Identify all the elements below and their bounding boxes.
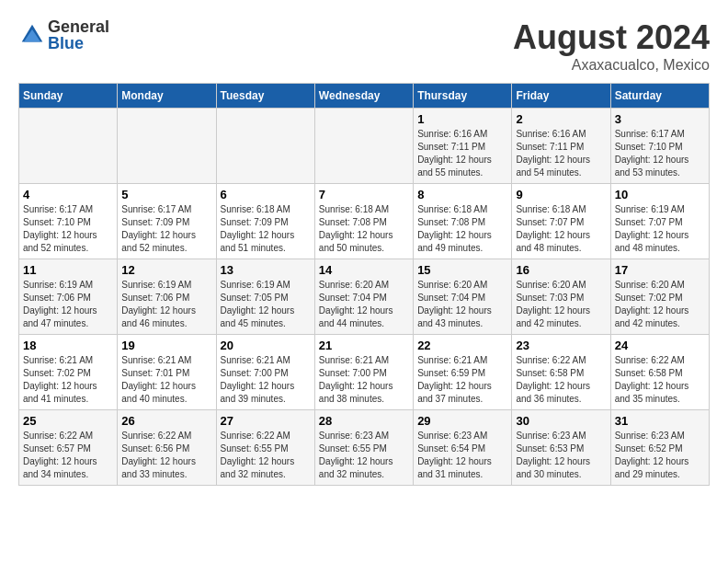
day-number: 7 bbox=[319, 188, 409, 201]
day-number: 10 bbox=[615, 188, 705, 201]
day-number: 1 bbox=[417, 112, 507, 126]
day-detail: Sunrise: 6:18 AM Sunset: 7:07 PM Dayligh… bbox=[516, 203, 606, 255]
day-detail: Sunrise: 6:21 AM Sunset: 7:00 PM Dayligh… bbox=[221, 354, 311, 406]
day-number: 22 bbox=[417, 339, 507, 352]
logo: General Blue bbox=[18, 18, 109, 52]
day-detail: Sunrise: 6:23 AM Sunset: 6:52 PM Dayligh… bbox=[615, 430, 705, 481]
location-title: Axaxacualco, Mexico bbox=[513, 57, 710, 74]
calendar-header: SundayMondayTuesdayWednesdayThursdayFrid… bbox=[19, 84, 710, 109]
day-number: 29 bbox=[417, 414, 507, 428]
day-detail: Sunrise: 6:22 AM Sunset: 6:58 PM Dayligh… bbox=[516, 354, 606, 406]
calendar-cell: 19Sunrise: 6:21 AM Sunset: 7:01 PM Dayli… bbox=[118, 335, 216, 410]
day-number: 16 bbox=[516, 263, 606, 277]
page-header: General Blue August 2024 Axaxacualco, Me… bbox=[18, 18, 710, 74]
calendar-cell: 29Sunrise: 6:23 AM Sunset: 6:54 PM Dayli… bbox=[414, 410, 512, 486]
calendar-cell: 11Sunrise: 6:19 AM Sunset: 7:06 PM Dayli… bbox=[19, 259, 118, 335]
calendar-cell: 6Sunrise: 6:18 AM Sunset: 7:09 PM Daylig… bbox=[216, 184, 314, 259]
calendar-cell: 18Sunrise: 6:21 AM Sunset: 7:02 PM Dayli… bbox=[19, 335, 118, 410]
day-detail: Sunrise: 6:18 AM Sunset: 7:08 PM Dayligh… bbox=[417, 203, 507, 255]
day-detail: Sunrise: 6:23 AM Sunset: 6:55 PM Dayligh… bbox=[319, 430, 409, 481]
day-detail: Sunrise: 6:23 AM Sunset: 6:53 PM Dayligh… bbox=[516, 430, 606, 481]
title-block: August 2024 Axaxacualco, Mexico bbox=[513, 18, 710, 74]
day-detail: Sunrise: 6:16 AM Sunset: 7:11 PM Dayligh… bbox=[417, 128, 507, 179]
week-row-4: 18Sunrise: 6:21 AM Sunset: 7:02 PM Dayli… bbox=[19, 335, 710, 410]
day-number: 21 bbox=[319, 339, 409, 352]
day-number: 17 bbox=[615, 263, 705, 277]
day-number: 19 bbox=[121, 339, 211, 352]
day-number: 2 bbox=[516, 112, 606, 126]
day-detail: Sunrise: 6:22 AM Sunset: 6:57 PM Dayligh… bbox=[23, 430, 113, 481]
day-detail: Sunrise: 6:21 AM Sunset: 7:01 PM Dayligh… bbox=[121, 354, 211, 406]
day-detail: Sunrise: 6:20 AM Sunset: 7:04 PM Dayligh… bbox=[319, 279, 409, 330]
header-saturday: Saturday bbox=[610, 84, 709, 109]
calendar-cell: 3Sunrise: 6:17 AM Sunset: 7:10 PM Daylig… bbox=[610, 109, 709, 184]
day-number: 6 bbox=[221, 188, 311, 201]
week-row-3: 11Sunrise: 6:19 AM Sunset: 7:06 PM Dayli… bbox=[19, 259, 710, 335]
day-detail: Sunrise: 6:17 AM Sunset: 7:10 PM Dayligh… bbox=[615, 128, 705, 179]
day-number: 11 bbox=[23, 263, 113, 277]
month-title: August 2024 bbox=[513, 18, 710, 57]
day-detail: Sunrise: 6:17 AM Sunset: 7:09 PM Dayligh… bbox=[121, 203, 211, 255]
logo-general: General bbox=[48, 18, 109, 35]
day-number: 15 bbox=[417, 263, 507, 277]
day-detail: Sunrise: 6:19 AM Sunset: 7:05 PM Dayligh… bbox=[221, 279, 311, 330]
calendar-cell: 16Sunrise: 6:20 AM Sunset: 7:03 PM Dayli… bbox=[512, 259, 610, 335]
calendar-cell: 9Sunrise: 6:18 AM Sunset: 7:07 PM Daylig… bbox=[512, 184, 610, 259]
day-detail: Sunrise: 6:19 AM Sunset: 7:06 PM Dayligh… bbox=[23, 279, 113, 330]
header-monday: Monday bbox=[118, 84, 216, 109]
day-number: 27 bbox=[221, 414, 311, 428]
day-number: 3 bbox=[615, 112, 705, 126]
calendar-cell: 5Sunrise: 6:17 AM Sunset: 7:09 PM Daylig… bbox=[118, 184, 216, 259]
day-number: 25 bbox=[23, 414, 113, 428]
week-row-2: 4Sunrise: 6:17 AM Sunset: 7:10 PM Daylig… bbox=[19, 184, 710, 259]
day-number: 24 bbox=[615, 339, 705, 352]
calendar-cell: 17Sunrise: 6:20 AM Sunset: 7:02 PM Dayli… bbox=[610, 259, 709, 335]
calendar-cell: 15Sunrise: 6:20 AM Sunset: 7:04 PM Dayli… bbox=[414, 259, 512, 335]
day-number: 31 bbox=[615, 414, 705, 428]
calendar-cell bbox=[216, 109, 314, 184]
calendar-cell: 20Sunrise: 6:21 AM Sunset: 7:00 PM Dayli… bbox=[216, 335, 314, 410]
calendar-cell: 21Sunrise: 6:21 AM Sunset: 7:00 PM Dayli… bbox=[314, 335, 413, 410]
day-detail: Sunrise: 6:21 AM Sunset: 7:00 PM Dayligh… bbox=[319, 354, 409, 406]
calendar-cell: 1Sunrise: 6:16 AM Sunset: 7:11 PM Daylig… bbox=[414, 109, 512, 184]
calendar-cell: 8Sunrise: 6:18 AM Sunset: 7:08 PM Daylig… bbox=[414, 184, 512, 259]
day-detail: Sunrise: 6:16 AM Sunset: 7:11 PM Dayligh… bbox=[516, 128, 606, 179]
day-number: 18 bbox=[23, 339, 113, 352]
calendar-body: 1Sunrise: 6:16 AM Sunset: 7:11 PM Daylig… bbox=[19, 109, 710, 486]
day-number: 5 bbox=[121, 188, 211, 201]
day-number: 28 bbox=[319, 414, 409, 428]
day-detail: Sunrise: 6:17 AM Sunset: 7:10 PM Dayligh… bbox=[23, 203, 113, 255]
calendar-cell bbox=[314, 109, 413, 184]
day-detail: Sunrise: 6:20 AM Sunset: 7:02 PM Dayligh… bbox=[615, 279, 705, 330]
day-detail: Sunrise: 6:23 AM Sunset: 6:54 PM Dayligh… bbox=[417, 430, 507, 481]
calendar-cell bbox=[118, 109, 216, 184]
day-number: 14 bbox=[319, 263, 409, 277]
header-wednesday: Wednesday bbox=[314, 84, 413, 109]
calendar-cell: 22Sunrise: 6:21 AM Sunset: 6:59 PM Dayli… bbox=[414, 335, 512, 410]
day-detail: Sunrise: 6:22 AM Sunset: 6:58 PM Dayligh… bbox=[615, 354, 705, 406]
calendar-cell: 2Sunrise: 6:16 AM Sunset: 7:11 PM Daylig… bbox=[512, 109, 610, 184]
calendar-cell: 31Sunrise: 6:23 AM Sunset: 6:52 PM Dayli… bbox=[610, 410, 709, 486]
day-detail: Sunrise: 6:20 AM Sunset: 7:04 PM Dayligh… bbox=[417, 279, 507, 330]
week-row-1: 1Sunrise: 6:16 AM Sunset: 7:11 PM Daylig… bbox=[19, 109, 710, 184]
header-friday: Friday bbox=[512, 84, 610, 109]
header-tuesday: Tuesday bbox=[216, 84, 314, 109]
calendar-cell: 27Sunrise: 6:22 AM Sunset: 6:55 PM Dayli… bbox=[216, 410, 314, 486]
day-detail: Sunrise: 6:22 AM Sunset: 6:56 PM Dayligh… bbox=[121, 430, 211, 481]
week-row-5: 25Sunrise: 6:22 AM Sunset: 6:57 PM Dayli… bbox=[19, 410, 710, 486]
day-detail: Sunrise: 6:19 AM Sunset: 7:07 PM Dayligh… bbox=[615, 203, 705, 255]
calendar-cell: 13Sunrise: 6:19 AM Sunset: 7:05 PM Dayli… bbox=[216, 259, 314, 335]
logo-text: General Blue bbox=[48, 18, 109, 52]
logo-icon bbox=[18, 21, 46, 49]
day-number: 13 bbox=[221, 263, 311, 277]
calendar-cell: 7Sunrise: 6:18 AM Sunset: 7:08 PM Daylig… bbox=[314, 184, 413, 259]
calendar-cell: 24Sunrise: 6:22 AM Sunset: 6:58 PM Dayli… bbox=[610, 335, 709, 410]
day-detail: Sunrise: 6:22 AM Sunset: 6:55 PM Dayligh… bbox=[221, 430, 311, 481]
day-detail: Sunrise: 6:20 AM Sunset: 7:03 PM Dayligh… bbox=[516, 279, 606, 330]
calendar-cell: 23Sunrise: 6:22 AM Sunset: 6:58 PM Dayli… bbox=[512, 335, 610, 410]
calendar-cell: 12Sunrise: 6:19 AM Sunset: 7:06 PM Dayli… bbox=[118, 259, 216, 335]
header-sunday: Sunday bbox=[19, 84, 118, 109]
calendar-table: SundayMondayTuesdayWednesdayThursdayFrid… bbox=[18, 83, 710, 486]
day-detail: Sunrise: 6:18 AM Sunset: 7:08 PM Dayligh… bbox=[319, 203, 409, 255]
day-detail: Sunrise: 6:18 AM Sunset: 7:09 PM Dayligh… bbox=[221, 203, 311, 255]
